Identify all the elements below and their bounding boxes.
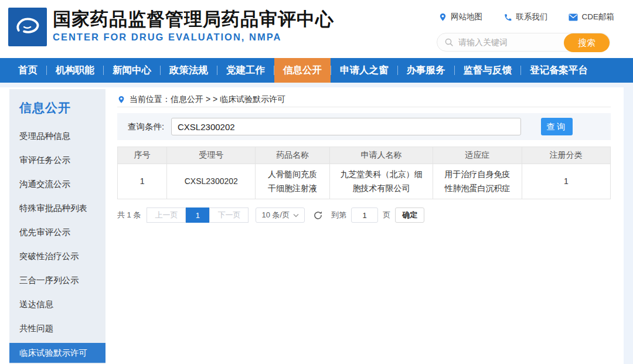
cell-registration-class: 1 xyxy=(522,164,610,199)
goto-page-group: 到第 页 确定 xyxy=(331,207,424,223)
nav-item-registration-platform[interactable]: 登记备案平台 xyxy=(521,58,597,83)
sidebar-item-communication[interactable]: 沟通交流公示 xyxy=(9,172,106,196)
query-panel: 查询条件: 查询 xyxy=(117,113,611,140)
location-pin-icon xyxy=(117,95,125,104)
top-utility-links: 网站地图 联系我们 CDE邮箱 xyxy=(438,12,614,22)
phone-icon xyxy=(503,13,512,22)
sidebar-item-special-approval-list[interactable]: 特殊审批品种列表 xyxy=(9,196,106,220)
nav-item-info-disclosure[interactable]: 信息公开 xyxy=(274,58,331,83)
logo-swoosh-icon xyxy=(11,11,44,43)
mail-icon xyxy=(569,13,578,21)
pagination: 共 1 条 上一页 1 下一页 10 条/页 到第 xyxy=(117,207,611,223)
nav-item-supervision-feedback[interactable]: 监督与反馈 xyxy=(455,58,521,83)
cell-applicant-name: 九芝堂美科（北京）细胞技术有限公司 xyxy=(329,164,433,199)
nav-item-home[interactable]: 首页 xyxy=(9,58,46,83)
goto-page-input[interactable] xyxy=(351,207,378,223)
col-header-seq: 序号 xyxy=(118,147,167,164)
search-icon xyxy=(444,38,454,47)
table-row: 1 CXSL2300202 人骨髓间充质干细胞注射液 九芝堂美科（北京）细胞技术… xyxy=(118,164,611,199)
cell-acceptance-no: CXSL2300202 xyxy=(167,164,256,199)
pagination-total: 共 1 条 xyxy=(117,210,141,220)
nav-item-applicant-window[interactable]: 申请人之窗 xyxy=(331,58,397,83)
search-button[interactable]: 搜索 xyxy=(564,33,610,52)
sidebar-item-common-issues[interactable]: 共性问题 xyxy=(9,317,106,341)
cde-mail-link[interactable]: CDE邮箱 xyxy=(569,12,614,22)
sidebar-item-delivery-info[interactable]: 送达信息 xyxy=(9,292,106,317)
page-size-select[interactable]: 10 条/页 xyxy=(256,207,305,223)
site-search: 搜索 xyxy=(437,33,610,52)
col-header-registration-class: 注册分类 xyxy=(522,147,610,164)
main-nav: 首页 机构职能 新闻中心 政策法规 党建工作 信息公开 申请人之窗 办事服务 监… xyxy=(0,58,633,83)
contact-us-link-label: 联系我们 xyxy=(516,12,547,22)
cde-logo xyxy=(8,8,47,46)
goto-confirm-button[interactable]: 确定 xyxy=(395,207,424,223)
prev-page-button[interactable]: 上一页 xyxy=(147,207,186,223)
contact-us-link[interactable]: 联系我们 xyxy=(503,12,547,22)
goto-suffix-label: 页 xyxy=(383,210,390,220)
nav-item-policies[interactable]: 政策法规 xyxy=(161,58,217,83)
cell-indication: 用于治疗自身免疫性肺泡蛋白沉积症 xyxy=(433,164,522,199)
sidebar-item-three-in-one-sequence[interactable]: 三合一序列公示 xyxy=(9,268,106,292)
refresh-icon[interactable] xyxy=(313,210,323,220)
nav-item-news-center[interactable]: 新闻中心 xyxy=(104,58,160,83)
goto-prefix-label: 到第 xyxy=(331,210,346,220)
sitemap-link-label: 网站地图 xyxy=(451,12,482,22)
breadcrumb-text: 当前位置：信息公开 > > 临床试验默示许可 xyxy=(130,94,285,105)
chevron-down-icon xyxy=(293,213,299,217)
table-header-row: 序号 受理号 药品名称 申请人名称 适应症 注册分类 xyxy=(118,147,611,164)
sidebar-item-priority-review[interactable]: 优先审评公示 xyxy=(9,220,106,244)
sitemap-link[interactable]: 网站地图 xyxy=(438,12,482,22)
sidebar: 信息公开 受理品种信息 审评任务公示 沟通交流公示 特殊审批品种列表 优先审评公… xyxy=(9,89,106,364)
brand-block: 国家药品监督管理局药品审评中心 CENTER FOR DRUG EVALUATI… xyxy=(53,8,334,43)
site-subtitle: CENTER FOR DRUG EVALUATION, NMPA xyxy=(53,32,334,43)
search-input[interactable] xyxy=(458,38,546,47)
sidebar-item-clinical-trial-implied-license[interactable]: 临床试验默示许可 xyxy=(9,343,106,363)
site-title: 国家药品监督管理局药品审评中心 xyxy=(53,8,334,30)
page: 国家药品监督管理局药品审评中心 CENTER FOR DRUG EVALUATI… xyxy=(0,0,633,364)
site-header: 国家药品监督管理局药品审评中心 CENTER FOR DRUG EVALUATI… xyxy=(0,0,633,58)
col-header-drug-name: 药品名称 xyxy=(256,147,329,164)
nav-item-organization[interactable]: 机构职能 xyxy=(47,58,103,83)
query-button[interactable]: 查询 xyxy=(541,118,573,135)
sidebar-title: 信息公开 xyxy=(9,89,106,124)
sidebar-item-breakthrough-therapy[interactable]: 突破性治疗公示 xyxy=(9,244,106,268)
breadcrumb: 当前位置：信息公开 > > 临床试验默示许可 xyxy=(117,87,611,107)
query-label: 查询条件: xyxy=(128,121,164,132)
page-size-label: 10 条/页 xyxy=(261,210,290,220)
results-table: 序号 受理号 药品名称 申请人名称 适应症 注册分类 1 CXSL2300202… xyxy=(117,147,611,199)
content-card: 信息公开 受理品种信息 审评任务公示 沟通交流公示 特殊审批品种列表 优先审评公… xyxy=(0,87,624,364)
col-header-indication: 适应症 xyxy=(433,147,522,164)
cell-seq: 1 xyxy=(118,164,167,199)
col-header-applicant-name: 申请人名称 xyxy=(329,147,433,164)
sidebar-item-accepted-varieties[interactable]: 受理品种信息 xyxy=(9,124,106,148)
cell-drug-name: 人骨髓间充质干细胞注射液 xyxy=(256,164,329,199)
sidebar-item-review-tasks[interactable]: 审评任务公示 xyxy=(9,148,106,172)
next-page-button[interactable]: 下一页 xyxy=(209,207,249,223)
location-pin-icon xyxy=(438,13,447,22)
query-input[interactable] xyxy=(171,118,521,135)
col-header-acceptance-no: 受理号 xyxy=(167,147,256,164)
main-panel: 当前位置：信息公开 > > 临床试验默示许可 查询条件: 查询 序号 受理号 药… xyxy=(117,87,611,223)
nav-item-services[interactable]: 办事服务 xyxy=(398,58,454,83)
cde-mail-link-label: CDE邮箱 xyxy=(581,12,614,22)
nav-item-party-building[interactable]: 党建工作 xyxy=(217,58,274,83)
current-page-button[interactable]: 1 xyxy=(186,207,209,223)
